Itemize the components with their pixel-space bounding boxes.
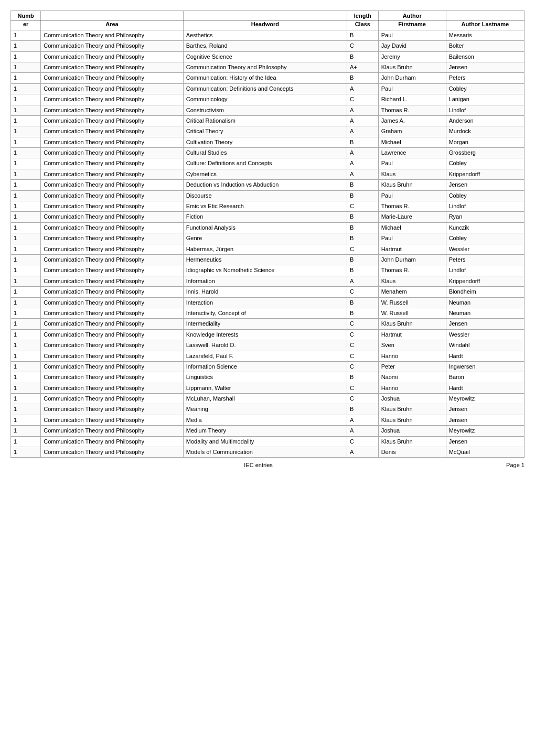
cell-num: 1 [11,105,41,115]
cell-firstname: Klaus Bruhn [378,436,446,447]
cell-area: Communication Theory and Philosophy [41,244,184,254]
table-row: 1Communication Theory and PhilosophyInte… [11,308,525,318]
col-headword-header-top [183,11,347,20]
cell-lastname: Wessler [446,244,524,254]
cell-lastname: Windahl [446,340,524,351]
cell-area: Communication Theory and Philosophy [41,426,184,436]
cell-firstname: Joshua [378,426,446,436]
cell-class: A [347,276,378,286]
table-row: 1Communication Theory and PhilosophyComm… [11,73,525,83]
cell-num: 1 [11,319,41,329]
cell-area: Communication Theory and Philosophy [41,115,184,126]
cell-class: C [347,287,378,297]
cell-lastname: Krippendorff [446,169,524,179]
cell-headword: Intermediality [183,319,347,329]
col-lastname-header-bot: Author Lastname [446,20,524,30]
cell-class: B [347,180,378,190]
cell-lastname: Peters [446,73,524,83]
col-class-header-top: length [347,11,378,20]
table-row: 1Communication Theory and PhilosophyLing… [11,372,525,383]
cell-area: Communication Theory and Philosophy [41,265,184,276]
cell-headword: Cognitive Science [183,51,347,62]
col-area-header-top [41,11,184,20]
cell-area: Communication Theory and Philosophy [41,329,184,340]
cell-area: Communication Theory and Philosophy [41,41,184,51]
cell-lastname: Jensen [446,180,524,190]
header-row-1: Numb length Author [11,11,525,20]
cell-lastname: Cobley [446,233,524,244]
cell-num: 1 [11,41,41,51]
cell-firstname: Thomas R. [378,265,446,276]
table-row: 1Communication Theory and PhilosophyLaza… [11,351,525,361]
cell-headword: Communication Theory and Philosophy [183,62,347,72]
cell-headword: Lippmann, Walter [183,383,347,393]
cell-class: A [347,158,378,169]
cell-area: Communication Theory and Philosophy [41,94,184,105]
cell-firstname: Thomas R. [378,105,446,115]
cell-firstname: Michael [378,222,446,233]
cell-lastname: Bailenson [446,51,524,62]
cell-num: 1 [11,190,41,201]
cell-firstname: W. Russell [378,308,446,318]
cell-area: Communication Theory and Philosophy [41,383,184,393]
cell-firstname: Peter [378,361,446,372]
table-row: 1Communication Theory and PhilosophyInte… [11,297,525,308]
cell-num: 1 [11,222,41,233]
cell-lastname: Messaris [446,30,524,40]
col-num-header-bot: er [11,20,41,30]
cell-area: Communication Theory and Philosophy [41,233,184,244]
cell-headword: Meaning [183,404,347,415]
cell-class: B [347,265,378,276]
cell-firstname: Denis [378,447,446,458]
cell-firstname: John Durham [378,73,446,83]
table-row: 1Communication Theory and PhilosophyDisc… [11,190,525,201]
cell-class: C [347,361,378,372]
cell-class: A+ [347,62,378,72]
cell-class: B [347,30,378,40]
cell-lastname: Krippendorff [446,276,524,286]
cell-firstname: Klaus Bruhn [378,319,446,329]
cell-num: 1 [11,308,41,318]
cell-area: Communication Theory and Philosophy [41,340,184,351]
table-row: 1Communication Theory and PhilosophyHabe… [11,244,525,254]
footer-center: IEC entries [244,462,272,468]
table-row: 1Communication Theory and PhilosophyComm… [11,62,525,72]
cell-class: A [347,447,378,458]
cell-num: 1 [11,265,41,276]
table-row: 1Communication Theory and PhilosophyInfo… [11,276,525,286]
cell-area: Communication Theory and Philosophy [41,287,184,297]
cell-headword: Cultivation Theory [183,137,347,147]
cell-headword: Cultural Studies [183,148,347,158]
cell-headword: Genre [183,233,347,244]
cell-lastname: McQuail [446,447,524,458]
cell-firstname: Michael [378,137,446,147]
cell-firstname: Klaus Bruhn [378,415,446,425]
cell-lastname: Anderson [446,115,524,126]
table-row: 1Communication Theory and PhilosophyDedu… [11,180,525,190]
cell-headword: Barthes, Roland [183,41,347,51]
cell-class: A [347,115,378,126]
cell-headword: Interaction [183,297,347,308]
cell-headword: Fiction [183,212,347,222]
table-row: 1Communication Theory and PhilosophyGenr… [11,233,525,244]
table-row: 1Communication Theory and PhilosophyCrit… [11,115,525,126]
cell-headword: Lasswell, Harold D. [183,340,347,351]
cell-firstname: Hanno [378,383,446,393]
cell-lastname: Grossberg [446,148,524,158]
table-row: 1Communication Theory and PhilosophyHerm… [11,254,525,265]
cell-lastname: Jensen [446,436,524,447]
cell-area: Communication Theory and Philosophy [41,190,184,201]
cell-headword: Culture: Definitions and Concepts [183,158,347,169]
cell-headword: Information Science [183,361,347,372]
cell-class: B [347,254,378,265]
cell-headword: Communication: History of the Idea [183,73,347,83]
cell-area: Communication Theory and Philosophy [41,169,184,179]
col-num-header-top: Numb [11,11,41,20]
cell-class: B [347,308,378,318]
col-firstname-header-bot: Firstname [378,20,446,30]
table-row: 1Communication Theory and PhilosophyCrit… [11,126,525,137]
cell-class: B [347,233,378,244]
cell-headword: Modality and Multimodality [183,436,347,447]
cell-num: 1 [11,148,41,158]
cell-headword: Knowledge Interests [183,329,347,340]
